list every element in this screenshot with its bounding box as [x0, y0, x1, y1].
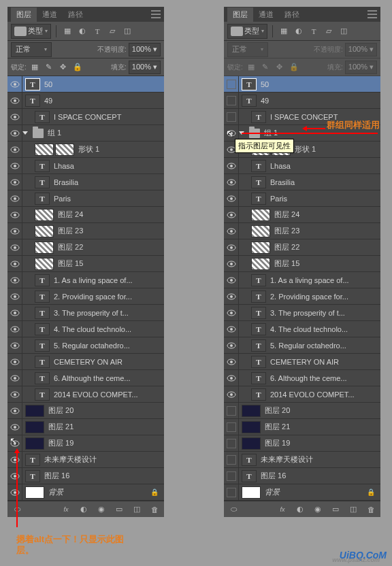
layer-name[interactable]: Paris — [270, 195, 378, 203]
layer-name[interactable]: 3. The prosperity of t... — [270, 309, 378, 317]
visibility-toggle[interactable] — [7, 321, 22, 337]
layer-row[interactable]: T3. The prosperity of t... — [224, 305, 380, 321]
layer-name[interactable]: 49 — [44, 97, 161, 105]
layer-row[interactable]: T1. As a living space of... — [224, 272, 380, 288]
visibility-toggle[interactable] — [224, 288, 239, 304]
tab-channels[interactable]: 通道 — [253, 7, 279, 22]
visibility-toggle[interactable] — [224, 452, 239, 467]
layer-name[interactable]: Lhasa — [54, 162, 161, 170]
visibility-toggle[interactable] — [7, 452, 22, 467]
layer-name[interactable]: 2. Providing space for... — [54, 293, 161, 301]
layer-name[interactable]: Lhasa — [270, 162, 378, 170]
filter-pixel-icon[interactable]: ▦ — [278, 25, 290, 37]
visibility-toggle[interactable] — [224, 435, 239, 451]
visibility-toggle[interactable] — [7, 125, 22, 141]
visibility-toggle[interactable] — [224, 109, 239, 124]
layer-name[interactable]: 图层 20 — [265, 405, 378, 416]
layer-row[interactable]: 图层 22 — [224, 239, 380, 256]
layer-row[interactable]: TParis — [224, 190, 380, 207]
layer-row[interactable]: T50 — [224, 76, 380, 93]
visibility-toggle[interactable] — [224, 174, 239, 190]
layer-row[interactable]: TLhasa — [7, 158, 164, 174]
layer-row[interactable]: TCEMETERY ON AIR — [224, 354, 380, 370]
layer-name[interactable]: 50 — [261, 80, 378, 88]
fill-input[interactable]: 100% ▾ — [345, 61, 377, 74]
lock-all-icon[interactable]: 🔒 — [71, 61, 84, 73]
trash-icon[interactable]: 🗑 — [148, 503, 161, 516]
layer-row[interactable]: TCEMETERY ON AIR — [7, 354, 164, 370]
visibility-toggle[interactable] — [7, 109, 22, 124]
layer-name[interactable]: 50 — [44, 80, 161, 88]
visibility-toggle[interactable] — [7, 207, 22, 222]
new-layer-icon[interactable]: ◫ — [347, 503, 359, 516]
layer-name[interactable]: 2014 EVOLO COMPET... — [270, 390, 378, 399]
layer-row[interactable]: T2. Providing space for... — [224, 288, 380, 305]
visibility-toggle[interactable] — [224, 93, 239, 108]
filter-shape-icon[interactable]: ▱ — [323, 25, 335, 37]
lock-transparent-icon[interactable]: ▦ — [245, 61, 257, 73]
opacity-input[interactable]: 100% ▾ — [129, 43, 161, 56]
filter-text-icon[interactable]: T — [308, 25, 320, 37]
layer-name[interactable]: 图层 19 — [265, 438, 378, 448]
visibility-toggle[interactable] — [7, 403, 22, 418]
layer-name[interactable]: 组 1 — [48, 128, 161, 138]
visibility-toggle[interactable] — [7, 142, 22, 157]
group-icon[interactable]: ▭ — [113, 503, 125, 516]
layer-name[interactable]: CEMETERY ON AIR — [270, 358, 378, 366]
tab-paths[interactable]: 路径 — [279, 7, 305, 22]
lock-transparent-icon[interactable]: ▦ — [29, 61, 41, 73]
visibility-toggle[interactable] — [224, 190, 239, 206]
layer-row[interactable]: 图层 21 — [224, 419, 380, 435]
mask-icon[interactable]: ◐ — [294, 503, 306, 516]
visibility-toggle[interactable] — [224, 419, 239, 435]
visibility-toggle[interactable] — [7, 386, 22, 402]
layer-name[interactable]: 图层 21 — [265, 422, 378, 432]
visibility-toggle[interactable] — [224, 354, 239, 369]
layer-row[interactable]: T2014 EVOLO COMPET... — [7, 386, 164, 403]
layer-name[interactable]: 形状 1 — [295, 144, 378, 154]
visibility-toggle[interactable] — [7, 272, 22, 288]
layer-name[interactable]: 6. Although the ceme... — [270, 374, 378, 382]
visibility-toggle[interactable] — [224, 158, 239, 173]
layer-name[interactable]: Paris — [54, 195, 161, 203]
layer-row[interactable]: T6. Although the ceme... — [224, 370, 380, 386]
layer-name[interactable]: 1. As a living space of... — [270, 276, 378, 284]
expand-icon[interactable] — [239, 131, 244, 135]
layer-row[interactable]: T未来摩天楼设计 — [224, 452, 380, 468]
visibility-toggle[interactable] — [7, 93, 22, 108]
visibility-toggle[interactable] — [224, 370, 239, 386]
filter-adjust-icon[interactable]: ◐ — [293, 25, 305, 37]
visibility-toggle[interactable] — [7, 158, 22, 173]
fx-icon[interactable]: fx — [60, 503, 72, 516]
panel-menu-icon[interactable] — [151, 10, 161, 18]
layer-row[interactable]: TLhasa — [224, 158, 380, 174]
tab-layers[interactable]: 图层 — [227, 7, 253, 22]
visibility-toggle[interactable] — [224, 468, 239, 484]
panel-menu-icon[interactable] — [368, 10, 377, 18]
layer-row[interactable]: 图层 23 — [7, 223, 164, 239]
layer-name[interactable]: 背景 — [48, 487, 150, 497]
visibility-toggle[interactable] — [7, 174, 22, 190]
trash-icon[interactable]: 🗑 — [365, 503, 377, 516]
layer-row[interactable]: T4. The cloud technolo... — [7, 321, 164, 337]
visibility-toggle[interactable] — [224, 337, 239, 353]
layer-name[interactable]: 图层 22 — [58, 242, 161, 252]
lock-paint-icon[interactable]: ✎ — [43, 61, 55, 73]
layer-name[interactable]: 6. Although the ceme... — [54, 374, 161, 382]
layer-row[interactable]: TI SPACE CONCEPT — [7, 109, 164, 125]
layer-row[interactable]: T49 — [224, 93, 380, 109]
layer-name[interactable]: 图层 19 — [48, 438, 161, 448]
visibility-toggle[interactable] — [224, 256, 239, 271]
layer-row[interactable]: 图层 24 — [224, 207, 380, 223]
layer-row[interactable]: 背景🔒 — [7, 484, 164, 501]
visibility-toggle[interactable] — [7, 190, 22, 206]
lock-paint-icon[interactable]: ✎ — [259, 61, 272, 73]
layer-name[interactable]: 图层 15 — [274, 259, 378, 269]
layer-row[interactable]: TBrasilia — [224, 174, 380, 190]
blend-mode-select[interactable]: 正常▾ — [11, 42, 52, 57]
adjust-icon[interactable]: ◉ — [95, 503, 108, 516]
mask-icon[interactable]: ◐ — [78, 503, 90, 516]
layer-row[interactable]: TBrasilia — [7, 174, 164, 190]
visibility-toggle[interactable] — [224, 272, 239, 288]
layer-row[interactable]: 图层 19 — [224, 435, 380, 452]
